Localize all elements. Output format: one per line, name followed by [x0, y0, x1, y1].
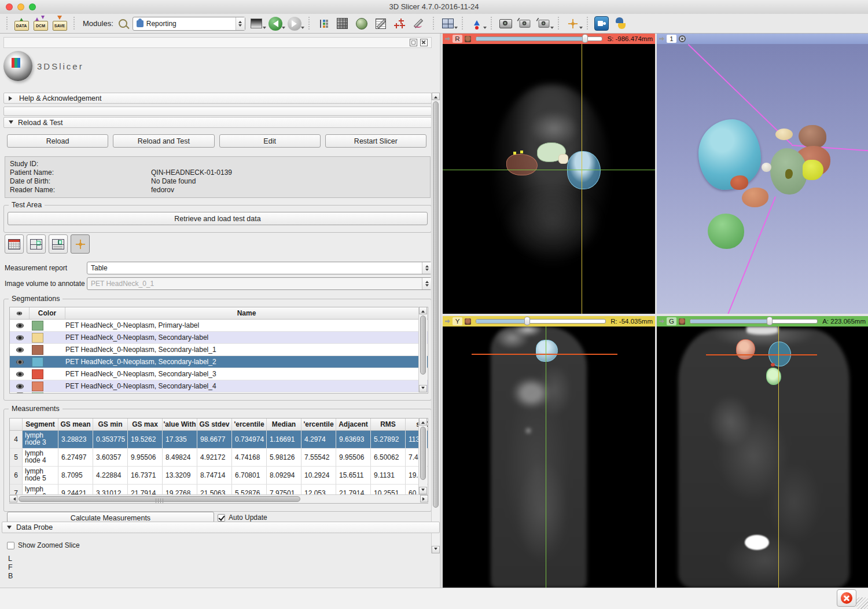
green-slice-slider[interactable] [690, 319, 818, 324]
pin-icon[interactable] [445, 319, 450, 324]
edit-button[interactable]: Edit [219, 134, 321, 148]
column-header[interactable]: 'ercentile [301, 419, 336, 430]
color-cell[interactable] [30, 345, 65, 355]
slider-thumb[interactable] [524, 317, 530, 325]
yellow-slice-canvas[interactable] [443, 326, 655, 588]
column-header[interactable]: GS mean [58, 419, 93, 430]
segmentation-row[interactable]: PET HeadNeck_0-Neoplasm, Secondary-label… [10, 368, 428, 380]
scene-view-button[interactable] [517, 16, 533, 32]
measurement-report-spinner[interactable] [422, 262, 431, 274]
column-header[interactable]: Median [267, 419, 301, 430]
eye-icon[interactable] [16, 359, 24, 365]
segmentation-row[interactable]: PET HeadNeck_0-Neoplasm, Primary-label [10, 320, 428, 332]
scroll-down-button[interactable] [419, 487, 427, 494]
panel-scrollbar[interactable] [431, 93, 440, 553]
measurement-row[interactable]: 6lymph node 58.70954.2288416.737113.3209… [10, 467, 428, 485]
measurement-row[interactable]: 5lymph node 46.274973.603579.955068.4982… [10, 449, 428, 467]
restart-slicer-button[interactable]: Restart Slicer [325, 134, 426, 148]
resize-grip[interactable] [856, 597, 868, 609]
visibility-cell[interactable] [10, 347, 30, 353]
scroll-up-button[interactable] [419, 418, 427, 425]
color-cell[interactable] [30, 381, 65, 391]
visibility-cell[interactable] [10, 323, 30, 328]
slider-thumb[interactable] [767, 317, 773, 325]
module-selector-spinner[interactable] [236, 17, 245, 30]
reload-button[interactable]: Reload [7, 134, 108, 148]
module-search-icon[interactable] [119, 19, 127, 28]
module-back-button[interactable] [267, 16, 284, 32]
slice-menu-icon[interactable] [465, 36, 471, 42]
toolbar-handle[interactable] [6, 17, 8, 31]
scrollbar-thumb[interactable] [420, 427, 426, 480]
volumes-module-button[interactable] [334, 16, 351, 32]
segmentation-row[interactable]: PET HeadNeck_0-Neoplasm, Secondary-label… [10, 380, 428, 392]
data-probe-section-header[interactable]: Data Probe [2, 522, 440, 533]
color-column-header[interactable]: Color [30, 307, 65, 319]
color-swatch[interactable] [32, 381, 43, 391]
red-slice-canvas[interactable] [443, 44, 655, 314]
yellow-slice-slider[interactable] [476, 319, 606, 324]
slice-menu-icon[interactable] [465, 318, 471, 325]
column-header[interactable]: GS stdev [197, 419, 232, 430]
red-slice-slider[interactable] [476, 36, 602, 41]
measurement-row[interactable]: 4lymph node 33.288230.35377519.526217.33… [10, 431, 428, 449]
visibility-column-header[interactable] [10, 307, 30, 319]
color-swatch[interactable] [32, 321, 43, 331]
scroll-left-button[interactable] [9, 495, 17, 502]
reload-and-test-button[interactable]: Reload and Test [113, 134, 214, 148]
pin-icon[interactable] [445, 36, 450, 42]
module-forward-button[interactable] [286, 16, 303, 32]
column-header[interactable]: Segment [23, 419, 58, 430]
markups-button[interactable] [411, 16, 427, 32]
mouse-interaction-button[interactable] [469, 16, 485, 32]
scroll-up-button[interactable] [419, 307, 427, 314]
segmentation-row[interactable]: PET HeadNeck_0-Neoplasm, Secondary-label [10, 332, 428, 344]
segmentation-row[interactable]: PET HeadNeck_0-Neoplasm, Secondary-label… [10, 344, 428, 356]
name-column-header[interactable]: Name [65, 307, 428, 319]
auto-update-checkbox[interactable] [218, 514, 225, 522]
color-cell[interactable] [30, 333, 65, 343]
eye-icon[interactable] [16, 347, 24, 353]
pin-icon[interactable] [659, 36, 664, 42]
color-swatch[interactable] [32, 333, 43, 343]
close-panel-icon[interactable] [420, 39, 428, 46]
color-cell[interactable] [30, 369, 65, 379]
scroll-down-button[interactable] [419, 385, 427, 392]
column-header[interactable]: 'ercentile [232, 419, 267, 430]
visibility-cell[interactable] [10, 335, 30, 340]
pin-icon[interactable] [659, 319, 664, 324]
column-header[interactable]: RMS [371, 419, 406, 430]
show-zoomed-slice-checkbox[interactable] [7, 542, 14, 549]
layout-selector-button[interactable] [440, 16, 456, 32]
measurements-hscrollbar[interactable] [9, 494, 428, 503]
table-layout-button[interactable] [49, 234, 68, 254]
eye-icon[interactable] [16, 372, 24, 377]
module-selector[interactable]: Reporting [133, 17, 245, 31]
color-swatch[interactable] [32, 345, 43, 355]
undock-panel-icon[interactable] [410, 39, 417, 46]
help-section-header[interactable]: Help & Acknowledgement [3, 93, 432, 104]
four-up-layout-button[interactable] [27, 234, 46, 254]
subject-hierarchy-button[interactable] [315, 16, 332, 32]
color-swatch[interactable] [32, 369, 43, 379]
crosshair-button[interactable] [565, 16, 581, 32]
column-header[interactable]: 'alue With [163, 419, 197, 430]
visibility-cell[interactable] [10, 372, 30, 377]
color-cell[interactable] [30, 357, 65, 367]
save-button[interactable]: SAVE [52, 16, 68, 32]
eye-icon[interactable] [16, 323, 24, 328]
reload-section-header[interactable]: Reload & Test [3, 117, 432, 128]
measurements-vscrollbar[interactable] [418, 418, 427, 494]
retrieve-test-data-button[interactable]: Retrieve and load test data [8, 212, 428, 225]
fiducials-button[interactable] [392, 16, 408, 32]
color-swatch[interactable] [32, 357, 43, 367]
measurement-report-selector[interactable]: Table [87, 262, 432, 274]
crosshair-toggle-button[interactable] [71, 234, 90, 254]
module-history-button[interactable] [248, 16, 264, 32]
python-console-button[interactable] [613, 16, 629, 32]
slice-menu-icon[interactable] [679, 318, 685, 325]
transforms-button[interactable] [373, 16, 389, 32]
volume-rendering-button[interactable] [354, 16, 370, 32]
column-header[interactable]: GS max [128, 419, 163, 430]
load-data-button[interactable]: DATA [13, 16, 30, 32]
